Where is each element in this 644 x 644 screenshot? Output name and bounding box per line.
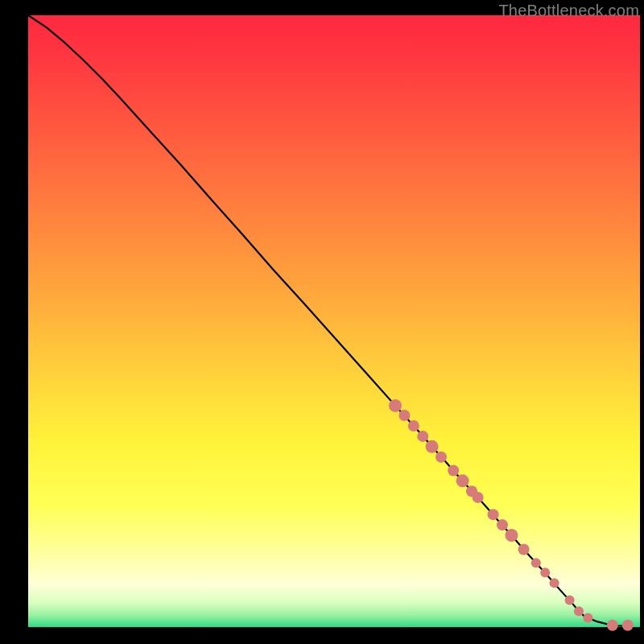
scatter-dot (436, 452, 447, 463)
scatter-dot (518, 543, 530, 555)
scatter-dot (583, 613, 592, 623)
scatter-dot (622, 620, 634, 631)
scatter-dot (565, 596, 575, 605)
chart-overlay (28, 15, 640, 627)
scatter-dot (574, 606, 584, 616)
scatter-dot (505, 529, 518, 542)
scatter-dot (531, 558, 541, 568)
scatter-dot (426, 440, 439, 453)
scatter-dot (550, 578, 559, 588)
scatter-dot (448, 464, 459, 476)
scatter-dot (408, 420, 419, 431)
scatter-dot (488, 509, 499, 520)
scatter-dot (417, 431, 428, 442)
scatter-dot (389, 399, 402, 412)
scatter-dot (473, 492, 484, 503)
scatter-dot (607, 620, 618, 631)
scatter-dots (389, 399, 634, 631)
scatter-dot (398, 410, 410, 421)
scatter-dot (497, 519, 508, 530)
chart-stage: TheBottleneck.com (0, 0, 644, 644)
curve-line (28, 15, 628, 625)
scatter-dot (540, 568, 550, 577)
scatter-dot (456, 474, 469, 487)
